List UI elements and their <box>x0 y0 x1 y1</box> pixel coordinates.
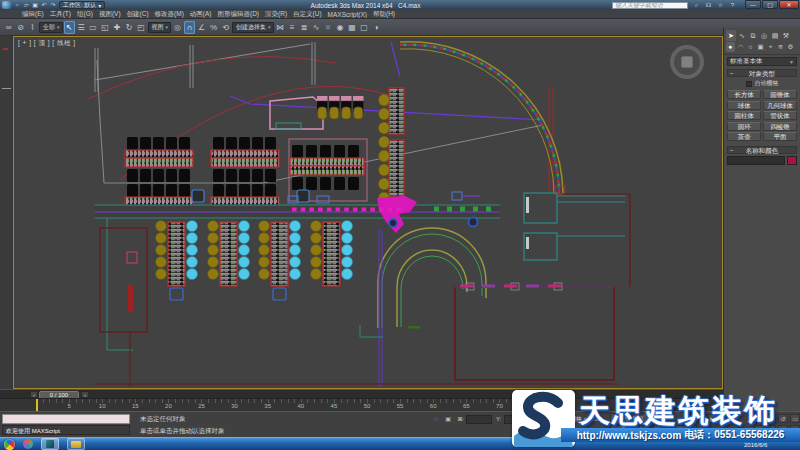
track-bar[interactable]: 510152025303540455055606570 <box>0 398 723 411</box>
undo-icon[interactable]: ↶ <box>40 1 48 9</box>
communication-center-icon[interactable]: ☊ <box>704 1 713 9</box>
tab-create[interactable]: ➤ <box>726 30 736 41</box>
material-editor-icon[interactable]: ◉ <box>335 21 346 34</box>
selection-lock-icon[interactable]: ▣ <box>443 415 453 424</box>
tab-hierarchy[interactable]: ⧉ <box>748 30 758 41</box>
menu-tools[interactable]: 工具(T) <box>50 10 71 19</box>
menu-animation[interactable]: 动画(A) <box>190 10 212 19</box>
arc-rotate-icon[interactable]: ↻ <box>778 425 788 434</box>
named-selection-dropdown[interactable]: 创建选择集▾ <box>232 22 274 33</box>
field-of-view-icon[interactable]: ▭ <box>790 414 800 423</box>
start-button[interactable] <box>4 439 15 450</box>
minimize-button[interactable]: — <box>745 0 761 9</box>
y-coordinate-field[interactable] <box>504 415 530 424</box>
z-coordinate-field[interactable] <box>542 415 568 424</box>
category-cameras[interactable]: ▣ <box>756 42 765 52</box>
frame-back-button[interactable]: ‹ <box>30 391 38 398</box>
rollout-name-color[interactable]: −名称和颜色 <box>727 146 797 154</box>
menu-views[interactable]: 视图(V) <box>99 10 121 19</box>
viewcube[interactable] <box>670 45 704 79</box>
select-by-name-icon[interactable]: ☰ <box>76 21 87 34</box>
primitive-category-dropdown[interactable]: 标准基本体▼ <box>727 57 797 66</box>
play-button[interactable]: ▶ <box>708 414 717 423</box>
box-button[interactable]: 长方体 <box>727 90 761 99</box>
select-and-rotate-icon[interactable]: ↻ <box>124 21 135 34</box>
category-helpers[interactable]: ⌖ <box>766 42 775 52</box>
spinner-snap-icon[interactable]: ⟲ <box>220 21 231 34</box>
close-button[interactable]: ✕ <box>779 0 799 9</box>
angle-snap-icon[interactable]: ∠ <box>196 21 207 34</box>
tab-utilities[interactable]: ⚒ <box>781 30 791 41</box>
selection-filter-dropdown[interactable]: 全部▾ <box>39 22 63 33</box>
cylinder-button[interactable]: 圆柱体 <box>727 111 761 120</box>
reference-coordinate-dropdown[interactable]: 视图▾ <box>148 22 172 33</box>
next-frame-button[interactable]: › <box>718 414 727 423</box>
menu-group[interactable]: 组(G) <box>77 10 93 19</box>
orbit-icon[interactable]: ↺ <box>778 414 788 423</box>
menu-customize[interactable]: 自定义(U) <box>293 10 322 19</box>
use-pivot-center-icon[interactable]: ◎ <box>172 21 183 34</box>
previous-frame-button[interactable]: ‹ <box>698 414 707 423</box>
schematic-view-icon[interactable]: ⌗ <box>323 21 334 34</box>
favorites-icon[interactable]: ☆ <box>716 1 725 9</box>
help-icon[interactable]: ? <box>728 1 737 9</box>
3dsmax-taskbar-button[interactable] <box>41 438 59 450</box>
tab-motion[interactable]: ◎ <box>759 30 769 41</box>
infocenter-search-input[interactable] <box>612 2 688 9</box>
torus-button[interactable]: 圆环 <box>727 122 761 131</box>
auto-key-button[interactable]: 自动关键点 <box>610 413 650 423</box>
menu-graph-editors[interactable]: 图形编辑器(D) <box>218 10 260 19</box>
open-file-icon[interactable]: ▱ <box>22 1 30 9</box>
menu-modifiers[interactable]: 修改器(M) <box>155 10 184 19</box>
align-icon[interactable]: ≡ <box>287 21 298 34</box>
save-file-icon[interactable]: ▣ <box>31 1 39 9</box>
geosphere-button[interactable]: 几何球体 <box>763 101 797 110</box>
percent-snap-icon[interactable]: % <box>208 21 219 34</box>
render-production-icon[interactable]: ◑ <box>371 21 382 34</box>
category-space-warps[interactable]: ≋ <box>776 42 785 52</box>
menu-edit[interactable]: 编辑(E) <box>22 10 44 19</box>
select-and-scale-icon[interactable]: ◰ <box>136 21 147 34</box>
viewport-top[interactable]: [ + ] [ 顶 ] [ 线框 ] <box>13 36 723 389</box>
object-name-field[interactable] <box>727 156 785 165</box>
bind-to-space-warp-icon[interactable]: ⌇ <box>27 21 38 34</box>
max-application-menu-icon[interactable] <box>2 1 11 9</box>
category-systems[interactable]: ⚙ <box>786 42 795 52</box>
isolate-selection-icon[interactable]: ◌ <box>431 415 441 424</box>
rollout-object-type[interactable]: −对象类型 <box>727 69 797 77</box>
set-key-button[interactable]: 设置关键点 <box>610 425 650 435</box>
maximize-button[interactable]: ▢ <box>762 0 778 9</box>
window-crossing-icon[interactable]: ◱ <box>100 21 111 34</box>
workspace-selector[interactable]: 工作区: 默认▾ <box>59 1 105 9</box>
zoom-icon[interactable]: + <box>754 414 764 423</box>
pyramid-button[interactable]: 四棱锥 <box>763 122 797 131</box>
pan-icon[interactable]: ◇ <box>754 425 764 434</box>
layer-manager-icon[interactable]: ≣ <box>299 21 310 34</box>
x-coordinate-field[interactable] <box>466 415 492 424</box>
select-and-move-icon[interactable]: ✚ <box>112 21 123 34</box>
zoom-extents-icon[interactable]: ⊡ <box>766 414 776 423</box>
go-to-start-button[interactable]: « <box>688 414 697 423</box>
select-and-link-icon[interactable]: ∞ <box>3 21 14 34</box>
teapot-button[interactable]: 茶壶 <box>727 132 761 141</box>
mirror-icon[interactable]: ⋈ <box>275 21 286 34</box>
curve-editor-icon[interactable]: ∿ <box>311 21 322 34</box>
search-icon[interactable]: ⌕ <box>692 1 701 9</box>
category-lights[interactable]: ☼ <box>746 42 755 52</box>
browser-taskbar-icon[interactable] <box>23 439 33 449</box>
folder-taskbar-button[interactable] <box>67 438 85 450</box>
zoom-all-icon[interactable]: ⊞ <box>766 425 776 434</box>
time-slider[interactable]: ‹ 0 / 100 › <box>0 389 723 398</box>
absolute-mode-icon[interactable]: ⊞ <box>455 415 465 424</box>
frame-forward-button[interactable]: › <box>81 391 89 398</box>
category-geometry[interactable]: ● <box>726 42 735 52</box>
select-object-icon[interactable]: ↖ <box>64 21 75 34</box>
maximize-viewport-icon[interactable]: ◱ <box>790 425 800 434</box>
rectangular-selection-region-icon[interactable]: ▭ <box>88 21 99 34</box>
tube-button[interactable]: 管状体 <box>763 111 797 120</box>
tab-modify[interactable]: ∿ <box>737 30 747 41</box>
object-color-swatch[interactable] <box>787 156 797 165</box>
viewcube-face[interactable] <box>681 56 693 68</box>
category-shapes[interactable]: ◠ <box>736 42 745 52</box>
new-scene-icon[interactable]: ▫ <box>13 1 21 9</box>
